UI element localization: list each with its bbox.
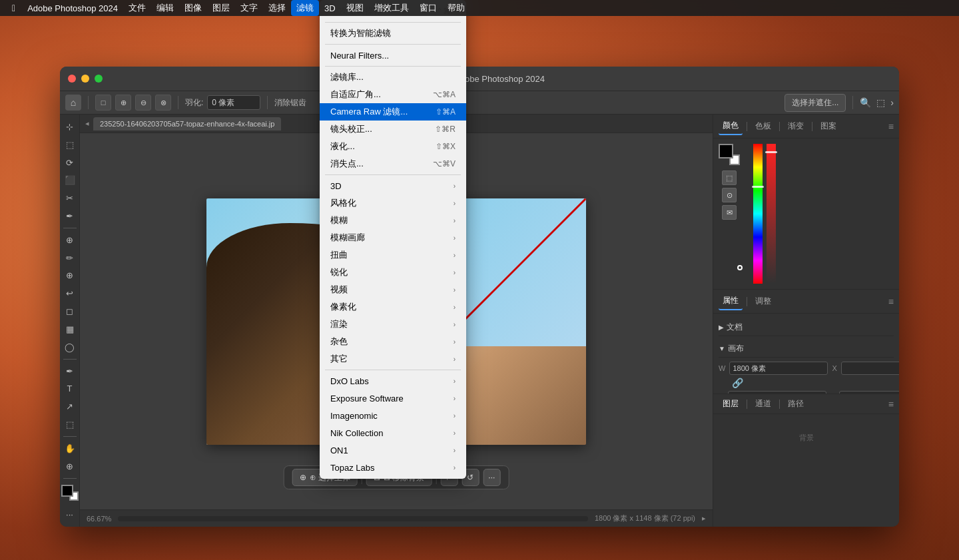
sub-selection-btn[interactable]: ⊖	[135, 95, 151, 111]
select-subject-btn[interactable]: 选择并遮住...	[785, 94, 846, 112]
menu-video[interactable]: 视频 ›	[320, 281, 466, 298]
width-input[interactable]	[729, 362, 828, 375]
menu-liquify[interactable]: 液化... ⇧⌘X	[320, 138, 466, 155]
color-tool-2[interactable]: ⊙	[722, 188, 737, 202]
menubar-3d[interactable]: 3D	[319, 0, 341, 16]
home-button[interactable]: ⌂	[65, 95, 81, 111]
fg-color-swatch[interactable]	[719, 144, 733, 158]
menu-exposure-software[interactable]: Exposure Software ›	[320, 390, 466, 407]
menu-other[interactable]: 其它 ›	[320, 350, 466, 368]
menubar-plugins[interactable]: 增效工具	[369, 0, 414, 16]
menubar-view[interactable]: 视图	[341, 0, 369, 16]
menu-topaz-labs[interactable]: Topaz Labs ›	[320, 459, 466, 476]
menu-blur-gallery[interactable]: 模糊画廊 ›	[320, 229, 466, 246]
search-icon[interactable]: 🔍	[860, 97, 871, 108]
menu-distort[interactable]: 扭曲 ›	[320, 246, 466, 264]
menubar-type[interactable]: 文字	[235, 0, 263, 16]
document-tab[interactable]: 235250-16406203705a57-topaz-enhance-4x-f…	[93, 117, 281, 131]
menu-blur[interactable]: 模糊 ›	[320, 212, 466, 229]
color-panel-menu-icon[interactable]: ≡	[888, 121, 894, 132]
menubar-select[interactable]: 选择	[263, 0, 291, 16]
feather-input[interactable]	[207, 95, 260, 110]
hue-slider[interactable]	[753, 144, 763, 284]
tool-path-select[interactable]: ↗	[61, 398, 79, 415]
menu-imagenomic[interactable]: Imagenomic ›	[320, 407, 466, 424]
tool-gradient[interactable]: ▦	[61, 321, 79, 338]
menu-stylize[interactable]: 风格化 ›	[320, 194, 466, 212]
menubar-layer[interactable]: 图层	[207, 0, 235, 16]
menu-on1[interactable]: ON1 ›	[320, 441, 466, 459]
menu-noise[interactable]: 杂色 ›	[320, 333, 466, 350]
foreground-color[interactable]	[61, 485, 73, 497]
menubar-image[interactable]: 图像	[179, 0, 207, 16]
tool-spot-heal[interactable]: ⊕	[61, 232, 79, 248]
add-selection-btn[interactable]: ⊕	[115, 95, 131, 111]
tool-more[interactable]: ···	[61, 506, 79, 523]
tool-marquee[interactable]: ⬚	[61, 137, 79, 153]
layers-panel-menu-icon[interactable]: ≡	[888, 399, 894, 410]
color-swatches[interactable]	[61, 485, 79, 501]
tool-object-select[interactable]: ⬛	[61, 172, 79, 188]
menubar-help[interactable]: 帮助	[442, 0, 470, 16]
more-options-icon[interactable]: ›	[890, 97, 894, 108]
menubar-window[interactable]: 窗口	[414, 0, 442, 16]
tool-dodge[interactable]: ◯	[61, 339, 79, 356]
canvas-section-header[interactable]: ▼ 画布	[719, 340, 894, 358]
menubar-filter[interactable]: 滤镜	[291, 0, 319, 16]
document-section-header[interactable]: ▶ 文档	[719, 319, 894, 336]
menu-render[interactable]: 渲染 ›	[320, 316, 466, 333]
tab-layers[interactable]: 图层	[719, 396, 743, 412]
tool-hand[interactable]: ✋	[61, 440, 79, 457]
menu-filter-gallery[interactable]: 滤镜库...	[320, 69, 466, 86]
menu-sharpen[interactable]: 锐化 ›	[320, 264, 466, 281]
menu-nik-collection[interactable]: Nik Collection ›	[320, 424, 466, 441]
tool-shape[interactable]: ⬚	[61, 416, 79, 433]
menu-3d[interactable]: 3D ›	[320, 177, 466, 194]
tool-pen[interactable]: ✒	[61, 363, 79, 380]
new-selection-btn[interactable]: □	[95, 95, 111, 111]
tab-adjustments[interactable]: 调整	[751, 293, 775, 310]
tab-scroll-left[interactable]: ◂	[85, 119, 89, 128]
menu-smart-filter[interactable]: 转换为智能滤镜	[320, 25, 466, 42]
tool-crop[interactable]: ✂	[61, 190, 79, 206]
menu-camera-raw[interactable]: Camera Raw 滤镜... ⇧⌘A	[320, 103, 466, 121]
tab-color[interactable]: 颜色	[719, 117, 743, 135]
menu-vanishing-point[interactable]: 消失点... ⌥⌘V	[320, 155, 466, 172]
tool-zoom[interactable]: ⊕	[61, 458, 79, 475]
tool-brush[interactable]: ✏	[61, 250, 79, 266]
menu-adaptive-wide[interactable]: 自适应广角... ⌥⌘A	[320, 86, 466, 103]
scrollbar-track[interactable]	[118, 516, 588, 521]
menu-lens-correction[interactable]: 镜头校正... ⇧⌘R	[320, 121, 466, 138]
x-input[interactable]	[841, 362, 899, 375]
tool-lasso[interactable]: ⟳	[61, 154, 79, 171]
tool-move[interactable]: ⊹	[61, 119, 79, 135]
link-dimensions-icon[interactable]: 🔗	[732, 378, 743, 388]
properties-panel-menu-icon[interactable]: ≡	[888, 296, 894, 307]
apple-menu[interactable]: 	[5, 3, 22, 13]
menu-pixelate[interactable]: 像素化 ›	[320, 298, 466, 316]
color-tool-1[interactable]: ⬚	[722, 170, 737, 185]
close-button[interactable]	[68, 75, 76, 83]
menubar-app-name[interactable]: Adobe Photoshop 2024	[22, 0, 123, 16]
tab-gradient[interactable]: 渐变	[784, 118, 808, 135]
tool-stamp[interactable]: ⊕	[61, 268, 79, 284]
menu-dxo-labs[interactable]: DxO Labs ›	[320, 372, 466, 390]
menu-neural-filters[interactable]: Neural Filters...	[320, 47, 466, 64]
tool-eyedropper[interactable]: ✒	[61, 208, 79, 224]
more-actions-btn[interactable]: ···	[483, 469, 500, 486]
tab-swatch[interactable]: 色板	[751, 118, 775, 135]
menubar-edit[interactable]: 编辑	[151, 0, 179, 16]
tool-history-brush[interactable]: ↩	[61, 285, 79, 302]
tool-eraser[interactable]: ◻	[61, 303, 79, 320]
tab-pattern[interactable]: 图案	[816, 118, 840, 135]
alpha-slider[interactable]	[767, 144, 776, 284]
workspace-icon[interactable]: ⬚	[876, 97, 885, 108]
menubar-file[interactable]: 文件	[123, 0, 151, 16]
tab-properties[interactable]: 属性	[719, 292, 743, 310]
tab-paths[interactable]: 路径	[784, 396, 808, 412]
color-tool-3[interactable]: ✉	[722, 205, 737, 220]
intersect-selection-btn[interactable]: ⊗	[155, 95, 171, 111]
maximize-button[interactable]	[95, 75, 103, 83]
minimize-button[interactable]	[81, 75, 89, 83]
fg-bg-colors[interactable]	[719, 144, 740, 165]
